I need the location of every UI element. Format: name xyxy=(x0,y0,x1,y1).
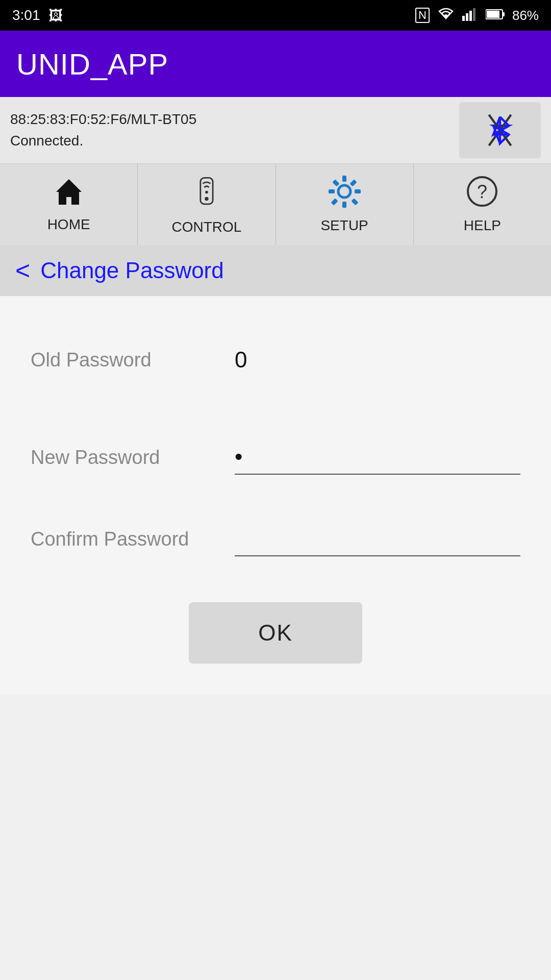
battery-percent: 86% xyxy=(512,8,539,23)
app-bar: UNID_APP xyxy=(0,31,551,97)
svg-rect-6 xyxy=(487,11,499,18)
svg-rect-3 xyxy=(473,8,475,21)
new-password-wrapper xyxy=(235,440,520,475)
svg-point-11 xyxy=(205,190,208,193)
status-bar: 3:01 🖼 N xyxy=(0,0,551,31)
svg-rect-16 xyxy=(329,189,335,193)
battery-icon xyxy=(486,8,505,23)
svg-rect-1 xyxy=(466,13,468,21)
svg-rect-0 xyxy=(462,16,465,21)
tab-control-label: CONTROL xyxy=(171,219,241,235)
new-password-label: New Password xyxy=(31,447,235,475)
back-button[interactable]: < xyxy=(15,256,30,285)
svg-marker-9 xyxy=(56,179,82,205)
connection-status: Connected. xyxy=(10,130,196,152)
svg-rect-20 xyxy=(331,198,338,205)
confirm-password-row: Confirm Password xyxy=(31,490,520,556)
status-right: N 86% xyxy=(415,6,539,25)
bluetooth-button[interactable] xyxy=(459,102,541,158)
tab-control[interactable]: CONTROL xyxy=(138,164,276,245)
svg-point-13 xyxy=(338,185,350,198)
tab-setup[interactable]: SETUP xyxy=(276,164,414,245)
svg-rect-15 xyxy=(342,202,346,208)
ok-button[interactable]: OK xyxy=(189,602,362,664)
nfc-icon: N xyxy=(415,8,430,23)
svg-rect-19 xyxy=(349,179,357,186)
old-password-label: Old Password xyxy=(31,349,235,371)
tab-help-label: HELP xyxy=(464,217,501,234)
setup-icon xyxy=(328,175,361,212)
page-title: Change Password xyxy=(40,258,224,283)
svg-rect-14 xyxy=(342,176,346,182)
confirm-password-label: Confirm Password xyxy=(31,528,235,556)
new-password-row: New Password xyxy=(31,408,520,475)
home-icon xyxy=(54,177,84,211)
nav-tabs: HOME CONTROL xyxy=(0,163,551,245)
confirm-password-input[interactable] xyxy=(235,522,520,556)
device-id: 88:25:83:F0:52:F6/MLT-BT05 xyxy=(10,109,196,130)
content-area: Old Password 0 New Password Confirm Pass… xyxy=(0,296,551,694)
page-header: < Change Password xyxy=(0,245,551,296)
ok-section: OK xyxy=(31,602,520,664)
tab-home-label: HOME xyxy=(47,216,90,233)
gallery-icon: 🖼 xyxy=(48,7,63,24)
tab-setup-label: SETUP xyxy=(320,217,368,234)
bluetooth-icon xyxy=(487,112,513,149)
confirm-password-wrapper xyxy=(235,522,520,556)
svg-text:?: ? xyxy=(477,181,487,202)
connection-row: 88:25:83:F0:52:F6/MLT-BT05 Connected. xyxy=(0,97,551,163)
old-password-value: 0 xyxy=(235,347,520,373)
svg-rect-5 xyxy=(503,12,505,16)
status-time: 3:01 xyxy=(12,7,40,23)
app-title: UNID_APP xyxy=(16,47,168,81)
old-password-row: Old Password 0 xyxy=(31,327,520,393)
tab-help[interactable]: ? HELP xyxy=(414,164,551,245)
svg-rect-18 xyxy=(332,179,339,186)
tab-home[interactable]: HOME xyxy=(0,164,138,245)
svg-rect-17 xyxy=(355,189,361,193)
svg-rect-21 xyxy=(351,198,358,205)
svg-point-12 xyxy=(205,197,208,200)
connection-info: 88:25:83:F0:52:F6/MLT-BT05 Connected. xyxy=(10,109,196,152)
svg-rect-2 xyxy=(469,11,472,21)
new-password-input[interactable] xyxy=(235,440,520,475)
status-left: 3:01 🖼 xyxy=(12,7,63,24)
help-icon: ? xyxy=(466,175,499,212)
signal-icon xyxy=(462,7,479,24)
control-icon xyxy=(194,174,219,214)
wifi-icon xyxy=(437,6,455,25)
